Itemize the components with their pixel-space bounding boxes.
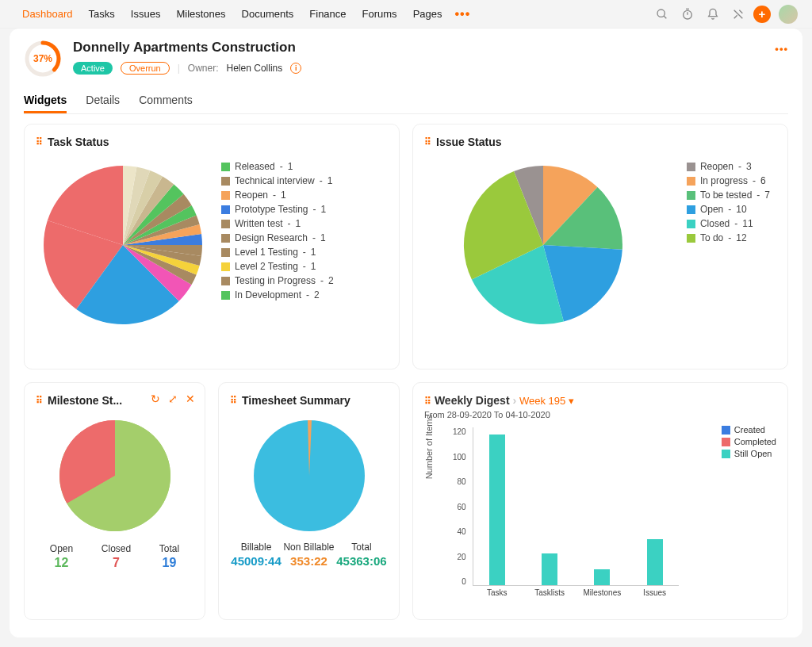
expand-icon[interactable]: ⤢ bbox=[168, 392, 178, 405]
open-label: Open bbox=[50, 543, 73, 554]
svg-line-1 bbox=[664, 16, 666, 18]
status-badge-overrun: Overrun bbox=[121, 62, 170, 75]
refresh-icon[interactable]: ↻ bbox=[151, 392, 160, 405]
total-label: Total bbox=[159, 543, 179, 554]
user-avatar[interactable] bbox=[779, 5, 798, 24]
billable-value: 45009:44 bbox=[231, 554, 281, 568]
nonbillable-label: Non Billable bbox=[283, 542, 334, 553]
progress-percent: 37% bbox=[24, 40, 62, 78]
status-badge-active: Active bbox=[73, 62, 113, 75]
page-container: 37% Donnelly Apartments Construction Act… bbox=[10, 29, 802, 637]
total-value: 45363:06 bbox=[336, 554, 386, 568]
open-value: 12 bbox=[50, 556, 73, 570]
nav-tab-documents[interactable]: Documents bbox=[234, 0, 302, 29]
nav-tab-tasks[interactable]: Tasks bbox=[81, 0, 123, 29]
owner-label: Owner: bbox=[188, 63, 219, 74]
timer-icon[interactable] bbox=[677, 4, 698, 25]
widget-title: Timesheet Summary bbox=[242, 394, 350, 407]
subtab-comments[interactable]: Comments bbox=[139, 89, 193, 113]
info-icon[interactable]: i bbox=[290, 63, 301, 74]
nav-tab-issues[interactable]: Issues bbox=[123, 0, 169, 29]
nav-tab-milestones[interactable]: Milestones bbox=[168, 0, 233, 29]
billable-label: Billable bbox=[231, 542, 281, 553]
subtab-widgets[interactable]: Widgets bbox=[24, 89, 67, 113]
widget-timesheet-summary: ⠿Timesheet Summary Billable45009:44 Non … bbox=[218, 382, 400, 620]
nav-tab-pages[interactable]: Pages bbox=[405, 0, 450, 29]
week-selector[interactable]: Week 195 ▾ bbox=[519, 395, 574, 407]
timesheet-pie-chart bbox=[250, 416, 369, 535]
widget-grid: ⠿Task Status bbox=[24, 124, 788, 620]
y-axis-label: Number of Items bbox=[424, 415, 434, 479]
top-navigation: Dashboard Tasks Issues Milestones Docume… bbox=[0, 0, 812, 29]
drag-handle-icon[interactable]: ⠿ bbox=[424, 136, 431, 147]
widget-milestone-status: ⠿Milestone St... ↻ ⤢ ✕ Open12 Closed7 To… bbox=[24, 382, 205, 620]
total-label: Total bbox=[336, 542, 386, 553]
widget-title: Weekly Digest bbox=[435, 394, 510, 407]
nav-tab-dashboard[interactable]: Dashboard bbox=[14, 0, 81, 29]
issue-status-legend: Reopen - 3 In progress - 6 To be tested … bbox=[687, 158, 770, 247]
weekly-date-range: From 28-09-2020 To 04-10-2020 bbox=[424, 410, 776, 419]
task-status-pie-chart bbox=[36, 158, 210, 332]
closed-value: 7 bbox=[102, 556, 131, 570]
add-button[interactable]: + bbox=[753, 6, 771, 23]
bell-icon[interactable] bbox=[703, 4, 723, 25]
drag-handle-icon[interactable]: ⠿ bbox=[230, 395, 237, 406]
progress-ring: 37% bbox=[24, 40, 62, 78]
project-header: 37% Donnelly Apartments Construction Act… bbox=[24, 40, 788, 78]
drag-handle-icon[interactable]: ⠿ bbox=[36, 136, 43, 147]
nonbillable-value: 353:22 bbox=[283, 554, 334, 568]
weekly-digest-legend: Created Completed Still Open bbox=[722, 423, 776, 461]
close-icon[interactable]: ✕ bbox=[186, 392, 195, 405]
project-more-icon[interactable]: ••• bbox=[775, 40, 788, 55]
widget-weekly-digest: ⠿ Weekly Digest › Week 195 ▾ From 28-09-… bbox=[412, 382, 788, 620]
owner-name: Helen Collins bbox=[227, 63, 283, 74]
total-value: 19 bbox=[159, 556, 179, 570]
widget-title: Issue Status bbox=[436, 136, 501, 148]
search-icon[interactable] bbox=[652, 4, 672, 25]
svg-point-0 bbox=[657, 10, 665, 17]
closed-label: Closed bbox=[102, 543, 131, 554]
widget-title: Milestone St... bbox=[48, 394, 122, 407]
drag-handle-icon[interactable]: ⠿ bbox=[424, 396, 431, 407]
subtab-details[interactable]: Details bbox=[86, 89, 120, 113]
nav-tab-finance[interactable]: Finance bbox=[301, 0, 354, 29]
widget-task-status: ⠿Task Status bbox=[24, 124, 400, 369]
drag-handle-icon[interactable]: ⠿ bbox=[36, 395, 43, 406]
issue-status-pie-chart bbox=[456, 158, 630, 332]
divider: | bbox=[178, 63, 180, 74]
project-subtabs: Widgets Details Comments bbox=[24, 89, 788, 114]
tools-icon[interactable] bbox=[728, 4, 749, 25]
widget-title: Task Status bbox=[48, 136, 109, 148]
task-status-legend: Released - 1 Technical interview - 1 Reo… bbox=[221, 158, 334, 304]
nav-more-icon[interactable]: ••• bbox=[450, 7, 476, 21]
widget-issue-status: ⠿Issue Status Reopen - 3 In progress - 6… bbox=[412, 124, 788, 369]
nav-tab-forums[interactable]: Forums bbox=[354, 0, 405, 29]
project-title: Donnelly Apartments Construction bbox=[73, 40, 301, 56]
milestone-pie-chart bbox=[56, 416, 174, 535]
